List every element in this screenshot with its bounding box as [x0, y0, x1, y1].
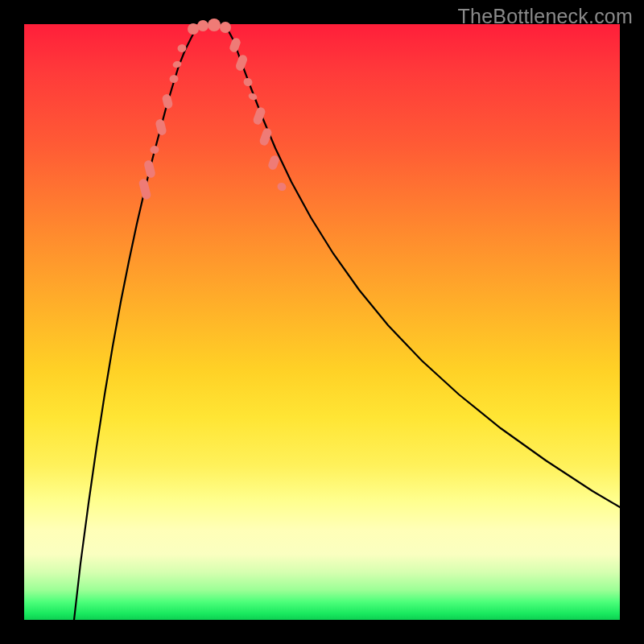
plot-area — [24, 24, 620, 620]
outer-frame: TheBottleneck.com — [0, 0, 644, 644]
data-marker — [168, 74, 179, 84]
data-marker — [197, 20, 208, 31]
data-marker — [188, 23, 199, 35]
curve-left-arm — [74, 28, 196, 620]
marker-group — [138, 19, 287, 200]
data-marker — [208, 19, 221, 31]
data-marker — [161, 93, 173, 109]
data-marker — [138, 178, 152, 200]
data-marker — [234, 54, 248, 72]
data-marker — [220, 22, 231, 33]
data-marker — [229, 37, 242, 54]
curve-layer — [24, 24, 620, 620]
data-marker — [276, 181, 287, 192]
data-marker — [149, 145, 159, 155]
data-marker — [143, 159, 156, 179]
data-marker — [176, 43, 187, 53]
data-marker — [267, 155, 280, 171]
curve-right-arm — [227, 28, 620, 507]
data-marker — [155, 118, 167, 136]
data-marker — [242, 76, 254, 87]
